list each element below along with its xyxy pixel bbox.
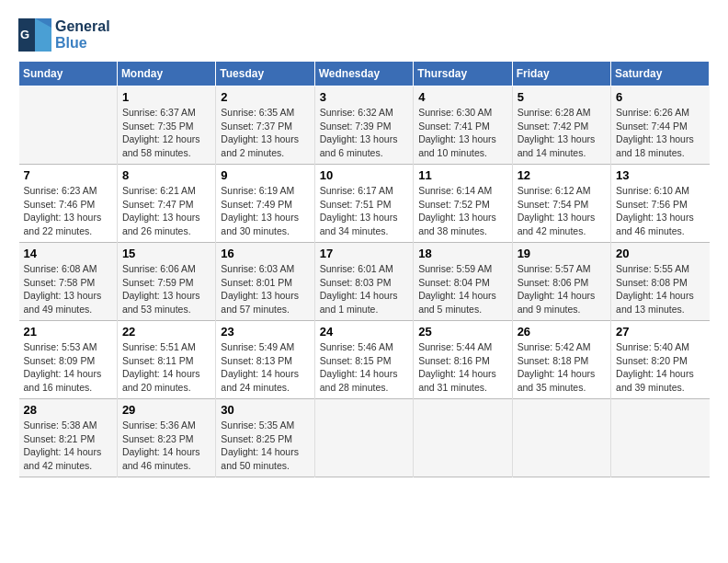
day-number: 26	[518, 325, 606, 339]
day-info: Sunrise: 6:23 AMSunset: 7:46 PMDaylight:…	[24, 184, 112, 238]
day-info: Sunrise: 6:35 AMSunset: 7:37 PMDaylight:…	[221, 106, 309, 160]
day-info: Sunrise: 5:42 AMSunset: 8:18 PMDaylight:…	[518, 340, 606, 395]
week-row-2: 7Sunrise: 6:23 AMSunset: 7:46 PMDaylight…	[19, 165, 710, 243]
calendar-cell: 19Sunrise: 5:57 AMSunset: 8:06 PMDayligh…	[512, 243, 610, 321]
week-row-5: 28Sunrise: 5:38 AMSunset: 8:21 PMDayligh…	[19, 399, 710, 477]
day-info: Sunrise: 5:59 AMSunset: 8:04 PMDaylight:…	[418, 262, 506, 316]
day-number: 18	[418, 247, 506, 260]
day-number: 11	[418, 168, 506, 182]
svg-text:G: G	[20, 28, 29, 41]
calendar-cell	[19, 86, 118, 165]
calendar-header: SundayMondayTuesdayWednesdayThursdayFrid…	[19, 62, 710, 86]
calendar-cell: 24Sunrise: 5:46 AMSunset: 8:15 PMDayligh…	[314, 321, 413, 399]
day-number: 15	[122, 247, 210, 260]
day-number: 8	[122, 168, 210, 182]
calendar-body: 1Sunrise: 6:37 AMSunset: 7:35 PMDaylight…	[19, 86, 710, 477]
calendar-cell: 12Sunrise: 6:12 AMSunset: 7:54 PMDayligh…	[512, 165, 610, 243]
calendar-cell: 16Sunrise: 6:03 AMSunset: 8:01 PMDayligh…	[216, 243, 314, 321]
calendar-cell: 27Sunrise: 5:40 AMSunset: 8:20 PMDayligh…	[611, 321, 710, 399]
calendar-cell: 28Sunrise: 5:38 AMSunset: 8:21 PMDayligh…	[19, 399, 118, 477]
day-info: Sunrise: 6:08 AMSunset: 7:58 PMDaylight:…	[24, 262, 112, 316]
week-row-1: 1Sunrise: 6:37 AMSunset: 7:35 PMDaylight…	[19, 86, 710, 165]
calendar-cell: 26Sunrise: 5:42 AMSunset: 8:18 PMDayligh…	[512, 321, 610, 399]
col-header-saturday: Saturday	[611, 62, 710, 86]
day-info: Sunrise: 5:53 AMSunset: 8:09 PMDaylight:…	[24, 340, 112, 395]
day-info: Sunrise: 6:32 AMSunset: 7:39 PMDaylight:…	[320, 106, 408, 160]
calendar-cell: 9Sunrise: 6:19 AMSunset: 7:49 PMDaylight…	[216, 165, 314, 243]
day-number: 12	[518, 168, 606, 182]
day-number: 23	[221, 325, 309, 339]
day-info: Sunrise: 5:35 AMSunset: 8:25 PMDaylight:…	[221, 419, 309, 473]
day-info: Sunrise: 5:55 AMSunset: 8:08 PMDaylight:…	[616, 262, 704, 316]
day-info: Sunrise: 6:12 AMSunset: 7:54 PMDaylight:…	[518, 184, 606, 238]
calendar-cell	[512, 399, 610, 477]
calendar-cell	[314, 399, 413, 477]
day-number: 5	[518, 90, 606, 104]
col-header-sunday: Sunday	[19, 62, 118, 86]
calendar-cell: 23Sunrise: 5:49 AMSunset: 8:13 PMDayligh…	[216, 321, 314, 399]
page-header: G General Blue	[18, 18, 710, 52]
day-info: Sunrise: 6:14 AMSunset: 7:52 PMDaylight:…	[418, 184, 506, 238]
day-number: 19	[518, 247, 606, 260]
calendar-cell: 22Sunrise: 5:51 AMSunset: 8:11 PMDayligh…	[117, 321, 215, 399]
day-number: 3	[320, 90, 408, 104]
logo-wrapper: G General Blue	[18, 18, 110, 52]
col-header-thursday: Thursday	[414, 62, 512, 86]
day-info: Sunrise: 6:10 AMSunset: 7:56 PMDaylight:…	[616, 184, 704, 238]
calendar-cell: 14Sunrise: 6:08 AMSunset: 7:58 PMDayligh…	[19, 243, 118, 321]
day-number: 28	[24, 403, 112, 417]
header-row: SundayMondayTuesdayWednesdayThursdayFrid…	[19, 62, 710, 86]
logo: G General Blue	[18, 18, 110, 52]
day-number: 14	[24, 247, 112, 260]
logo-svg: G	[18, 18, 51, 52]
day-number: 16	[221, 247, 309, 260]
calendar-cell	[611, 399, 710, 477]
calendar-cell: 3Sunrise: 6:32 AMSunset: 7:39 PMDaylight…	[314, 86, 413, 165]
calendar-cell	[414, 399, 512, 477]
col-header-tuesday: Tuesday	[216, 62, 314, 86]
logo-text-block: General Blue	[55, 18, 110, 51]
day-info: Sunrise: 6:37 AMSunset: 7:35 PMDaylight:…	[122, 106, 210, 160]
day-number: 30	[221, 403, 309, 417]
col-header-wednesday: Wednesday	[314, 62, 413, 86]
calendar-cell: 20Sunrise: 5:55 AMSunset: 8:08 PMDayligh…	[611, 243, 710, 321]
day-number: 25	[418, 325, 506, 339]
day-number: 27	[616, 325, 704, 339]
day-info: Sunrise: 6:28 AMSunset: 7:42 PMDaylight:…	[518, 106, 606, 160]
calendar-table: SundayMondayTuesdayWednesdayThursdayFrid…	[18, 61, 710, 477]
calendar-cell: 6Sunrise: 6:26 AMSunset: 7:44 PMDaylight…	[611, 86, 710, 165]
calendar-cell: 1Sunrise: 6:37 AMSunset: 7:35 PMDaylight…	[117, 86, 215, 165]
day-number: 6	[616, 90, 704, 104]
day-number: 1	[122, 90, 210, 104]
day-info: Sunrise: 5:40 AMSunset: 8:20 PMDaylight:…	[616, 340, 704, 395]
day-info: Sunrise: 5:46 AMSunset: 8:15 PMDaylight:…	[320, 340, 408, 395]
calendar-cell: 21Sunrise: 5:53 AMSunset: 8:09 PMDayligh…	[19, 321, 118, 399]
logo-line2: Blue	[55, 35, 110, 52]
calendar-cell: 25Sunrise: 5:44 AMSunset: 8:16 PMDayligh…	[414, 321, 512, 399]
calendar-cell: 8Sunrise: 6:21 AMSunset: 7:47 PMDaylight…	[117, 165, 215, 243]
calendar-cell: 10Sunrise: 6:17 AMSunset: 7:51 PMDayligh…	[314, 165, 413, 243]
day-number: 21	[24, 325, 112, 339]
calendar-cell: 11Sunrise: 6:14 AMSunset: 7:52 PMDayligh…	[414, 165, 512, 243]
day-info: Sunrise: 6:17 AMSunset: 7:51 PMDaylight:…	[320, 184, 408, 238]
day-info: Sunrise: 6:06 AMSunset: 7:59 PMDaylight:…	[122, 262, 210, 316]
calendar-cell: 4Sunrise: 6:30 AMSunset: 7:41 PMDaylight…	[414, 86, 512, 165]
day-info: Sunrise: 6:19 AMSunset: 7:49 PMDaylight:…	[221, 184, 309, 238]
calendar-cell: 17Sunrise: 6:01 AMSunset: 8:03 PMDayligh…	[314, 243, 413, 321]
calendar-cell: 2Sunrise: 6:35 AMSunset: 7:37 PMDaylight…	[216, 86, 314, 165]
day-number: 2	[221, 90, 309, 104]
col-header-friday: Friday	[512, 62, 610, 86]
day-number: 24	[320, 325, 408, 339]
day-number: 17	[320, 247, 408, 260]
day-info: Sunrise: 6:01 AMSunset: 8:03 PMDaylight:…	[320, 262, 408, 316]
day-number: 20	[616, 247, 704, 260]
calendar-cell: 7Sunrise: 6:23 AMSunset: 7:46 PMDaylight…	[19, 165, 118, 243]
calendar-cell: 18Sunrise: 5:59 AMSunset: 8:04 PMDayligh…	[414, 243, 512, 321]
day-info: Sunrise: 5:44 AMSunset: 8:16 PMDaylight:…	[418, 340, 506, 395]
week-row-3: 14Sunrise: 6:08 AMSunset: 7:58 PMDayligh…	[19, 243, 710, 321]
day-number: 29	[122, 403, 210, 417]
calendar-cell: 5Sunrise: 6:28 AMSunset: 7:42 PMDaylight…	[512, 86, 610, 165]
day-number: 9	[221, 168, 309, 182]
day-info: Sunrise: 6:03 AMSunset: 8:01 PMDaylight:…	[221, 262, 309, 316]
col-header-monday: Monday	[117, 62, 215, 86]
